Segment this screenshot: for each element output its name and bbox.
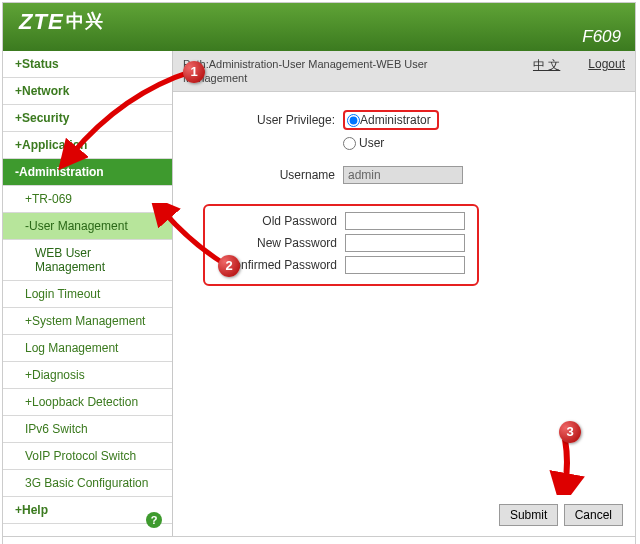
- old-password-field[interactable]: [345, 212, 465, 230]
- sidebar-item-login-timeout[interactable]: Login Timeout: [3, 281, 172, 308]
- sidebar-item-web-user-management[interactable]: WEB User Management: [3, 240, 172, 281]
- new-password-field[interactable]: [345, 234, 465, 252]
- sidebar-item-network[interactable]: +Network: [3, 78, 172, 105]
- logo-text: ZTE: [19, 9, 64, 34]
- sidebar-item-application[interactable]: +Application: [3, 132, 172, 159]
- sidebar-item-security[interactable]: +Security: [3, 105, 172, 132]
- confirmed-password-field[interactable]: [345, 256, 465, 274]
- form-area: User Privilege: Administrator User Usern…: [173, 92, 635, 296]
- password-highlight-box: Old Password New Password Confirmed Pass…: [203, 204, 479, 286]
- logo: ZTE中兴: [19, 9, 104, 35]
- old-password-label: Old Password: [205, 214, 345, 228]
- confirmed-password-label: Confirmed Password: [205, 258, 345, 272]
- sidebar-item-user-management[interactable]: -User Management: [3, 213, 172, 240]
- new-password-label: New Password: [205, 236, 345, 250]
- cancel-button[interactable]: Cancel: [564, 504, 623, 526]
- sidebar: +Status +Network +Security +Application …: [3, 51, 173, 536]
- logout-link[interactable]: Logout: [588, 57, 625, 74]
- button-row: Submit Cancel: [497, 504, 623, 526]
- username-label: Username: [193, 168, 343, 182]
- model-label: F609: [582, 27, 621, 47]
- sidebar-item-loopback-detection[interactable]: +Loopback Detection: [3, 389, 172, 416]
- privilege-admin-radio[interactable]: [347, 114, 360, 127]
- sidebar-item-tr069[interactable]: +TR-069: [3, 186, 172, 213]
- sidebar-item-diagnosis[interactable]: +Diagnosis: [3, 362, 172, 389]
- sidebar-item-status[interactable]: +Status: [3, 51, 172, 78]
- sidebar-item-administration[interactable]: -Administration: [3, 159, 172, 186]
- path-bar: Path:Administration-User Management-WEB …: [173, 51, 635, 92]
- help-icon[interactable]: ?: [146, 512, 162, 528]
- privilege-user-radio[interactable]: [343, 137, 356, 150]
- breadcrumb: Path:Administration-User Management-WEB …: [183, 57, 453, 85]
- sidebar-item-3g-basic-config[interactable]: 3G Basic Configuration: [3, 470, 172, 497]
- logo-cn: 中兴: [66, 11, 104, 31]
- privilege-admin-text: Administrator: [360, 113, 431, 127]
- privilege-user-text: User: [359, 136, 384, 150]
- username-field: [343, 166, 463, 184]
- header: ZTE中兴 F609: [3, 3, 635, 51]
- language-link[interactable]: 中 文: [533, 57, 560, 74]
- sidebar-item-log-management[interactable]: Log Management: [3, 335, 172, 362]
- sidebar-item-voip-protocol-switch[interactable]: VoIP Protocol Switch: [3, 443, 172, 470]
- privilege-admin-highlight: Administrator: [343, 110, 439, 130]
- submit-button[interactable]: Submit: [499, 504, 558, 526]
- privilege-label: User Privilege:: [193, 113, 343, 127]
- sidebar-item-system-management[interactable]: +System Management: [3, 308, 172, 335]
- footer: ©2008-2015 ZTE Corporation. All rights r…: [3, 536, 635, 544]
- sidebar-item-ipv6-switch[interactable]: IPv6 Switch: [3, 416, 172, 443]
- main-panel: Path:Administration-User Management-WEB …: [173, 51, 635, 536]
